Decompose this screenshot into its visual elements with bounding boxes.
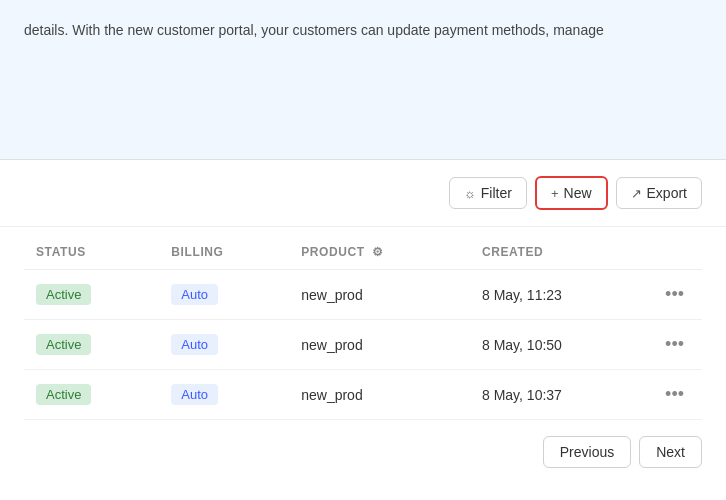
filter-icon: ☼ xyxy=(464,186,476,201)
col-header-billing: BILLING xyxy=(159,235,289,270)
main-content: ☼ Filter + New ↗ Export STATUS BILLING P… xyxy=(0,160,726,484)
filter-label: Filter xyxy=(481,185,512,201)
table-row: Active Auto new_prod 8 May, 10:37 ••• xyxy=(24,370,702,420)
filter-button[interactable]: ☼ Filter xyxy=(449,177,527,209)
toolbar: ☼ Filter + New ↗ Export xyxy=(0,160,726,227)
banner-text: details. With the new customer portal, y… xyxy=(24,20,702,41)
cell-created-1: 8 May, 10:50 xyxy=(470,320,647,370)
status-badge: Active xyxy=(36,384,91,405)
cell-billing-2: Auto xyxy=(159,370,289,420)
status-badge: Active xyxy=(36,334,91,355)
cell-status-1: Active xyxy=(24,320,159,370)
col-header-product: PRODUCT ⚙ xyxy=(289,235,470,270)
cell-billing-0: Auto xyxy=(159,270,289,320)
billing-badge: Auto xyxy=(171,384,218,405)
table-row: Active Auto new_prod 8 May, 10:50 ••• xyxy=(24,320,702,370)
subscriptions-table: STATUS BILLING PRODUCT ⚙ CREATED Active … xyxy=(24,235,702,420)
cell-actions-2: ••• xyxy=(647,370,702,420)
next-button[interactable]: Next xyxy=(639,436,702,468)
export-button[interactable]: ↗ Export xyxy=(616,177,702,209)
cell-actions-1: ••• xyxy=(647,320,702,370)
cell-billing-1: Auto xyxy=(159,320,289,370)
billing-badge: Auto xyxy=(171,334,218,355)
pagination: Previous Next xyxy=(0,420,726,484)
banner: details. With the new customer portal, y… xyxy=(0,0,726,160)
export-icon: ↗ xyxy=(631,186,642,201)
row-menu-button-2[interactable]: ••• xyxy=(659,382,690,407)
cell-created-2: 8 May, 10:37 xyxy=(470,370,647,420)
cell-created-0: 8 May, 11:23 xyxy=(470,270,647,320)
col-header-created: CREATED xyxy=(470,235,647,270)
cell-product-2: new_prod xyxy=(289,370,470,420)
export-label: Export xyxy=(647,185,687,201)
cell-product-0: new_prod xyxy=(289,270,470,320)
row-menu-button-1[interactable]: ••• xyxy=(659,332,690,357)
cell-status-2: Active xyxy=(24,370,159,420)
cell-product-1: new_prod xyxy=(289,320,470,370)
cell-status-0: Active xyxy=(24,270,159,320)
plus-icon: + xyxy=(551,186,559,201)
gear-icon[interactable]: ⚙ xyxy=(372,245,384,259)
row-menu-button-0[interactable]: ••• xyxy=(659,282,690,307)
col-header-actions xyxy=(647,235,702,270)
cell-actions-0: ••• xyxy=(647,270,702,320)
billing-badge: Auto xyxy=(171,284,218,305)
table-container: STATUS BILLING PRODUCT ⚙ CREATED Active … xyxy=(0,235,726,420)
table-header-row: STATUS BILLING PRODUCT ⚙ CREATED xyxy=(24,235,702,270)
col-header-status: STATUS xyxy=(24,235,159,270)
status-badge: Active xyxy=(36,284,91,305)
new-button[interactable]: + New xyxy=(535,176,608,210)
previous-button[interactable]: Previous xyxy=(543,436,631,468)
table-row: Active Auto new_prod 8 May, 11:23 ••• xyxy=(24,270,702,320)
new-label: New xyxy=(564,185,592,201)
